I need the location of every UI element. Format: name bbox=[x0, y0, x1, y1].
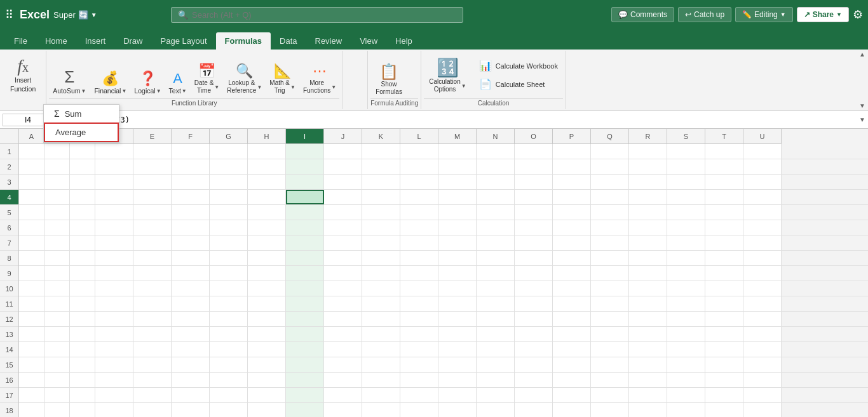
cell-D3[interactable] bbox=[95, 175, 133, 189]
logical-button[interactable]: ❓ Logical ▼ bbox=[131, 68, 164, 97]
cell-R11[interactable] bbox=[629, 296, 667, 311]
cell-C7[interactable] bbox=[70, 235, 95, 250]
cell-R6[interactable] bbox=[629, 220, 667, 235]
cell-I15[interactable] bbox=[286, 357, 324, 372]
cell-O8[interactable] bbox=[515, 251, 553, 265]
cell-S9[interactable] bbox=[667, 266, 705, 281]
cell-P12[interactable] bbox=[553, 312, 591, 326]
cell-A7[interactable] bbox=[19, 235, 44, 250]
cell-N9[interactable] bbox=[477, 266, 515, 281]
cell-R1[interactable] bbox=[629, 144, 667, 159]
cell-T16[interactable] bbox=[705, 373, 743, 387]
cell-P9[interactable] bbox=[553, 266, 591, 281]
cell-P4[interactable] bbox=[553, 190, 591, 204]
catch-up-button[interactable]: ↩ Catch up bbox=[678, 7, 731, 22]
col-header-N[interactable]: N bbox=[477, 129, 515, 144]
cell-O17[interactable] bbox=[515, 388, 553, 402]
cell-K11[interactable] bbox=[362, 296, 400, 311]
cell-R8[interactable] bbox=[629, 251, 667, 265]
cell-I18[interactable] bbox=[286, 403, 324, 417]
cell-F1[interactable] bbox=[172, 144, 210, 159]
cell-R18[interactable] bbox=[629, 403, 667, 417]
cell-I8[interactable] bbox=[286, 251, 324, 265]
cell-N17[interactable] bbox=[477, 388, 515, 402]
cell-R4[interactable] bbox=[629, 190, 667, 204]
cell-I6[interactable] bbox=[286, 220, 324, 235]
cell-U8[interactable] bbox=[743, 251, 782, 265]
cell-Q18[interactable] bbox=[591, 403, 629, 417]
cell-H7[interactable] bbox=[248, 235, 286, 250]
cell-D14[interactable] bbox=[95, 342, 133, 357]
cell-G1[interactable] bbox=[210, 144, 248, 159]
cell-E6[interactable] bbox=[133, 220, 172, 235]
cell-L9[interactable] bbox=[400, 266, 438, 281]
row-header-7[interactable]: 7 bbox=[0, 235, 18, 251]
cell-S2[interactable] bbox=[667, 159, 705, 174]
cell-C17[interactable] bbox=[70, 388, 95, 402]
cell-J14[interactable] bbox=[324, 342, 362, 357]
chevron-down-icon[interactable]: ▼ bbox=[91, 11, 97, 18]
cell-C16[interactable] bbox=[70, 373, 95, 387]
cell-M2[interactable] bbox=[438, 159, 477, 174]
cell-A3[interactable] bbox=[19, 175, 44, 189]
cell-I4[interactable] bbox=[286, 190, 324, 204]
cell-S13[interactable] bbox=[667, 327, 705, 341]
row-header-2[interactable]: 2 bbox=[0, 159, 18, 175]
cell-R9[interactable] bbox=[629, 266, 667, 281]
row-header-5[interactable]: 5 bbox=[0, 205, 18, 220]
cell-A14[interactable] bbox=[19, 342, 44, 357]
cell-U13[interactable] bbox=[743, 327, 782, 341]
cell-G13[interactable] bbox=[210, 327, 248, 341]
cell-M17[interactable] bbox=[438, 388, 477, 402]
cell-O4[interactable] bbox=[515, 190, 553, 204]
cell-G8[interactable] bbox=[210, 251, 248, 265]
cell-E1[interactable] bbox=[133, 144, 172, 159]
cell-Q8[interactable] bbox=[591, 251, 629, 265]
cell-L10[interactable] bbox=[400, 281, 438, 296]
cell-L6[interactable] bbox=[400, 220, 438, 235]
cell-B14[interactable] bbox=[44, 342, 70, 357]
autosum-button[interactable]: Σ AutoSum ▼ bbox=[49, 65, 90, 97]
cell-B18[interactable] bbox=[44, 403, 70, 417]
cell-G6[interactable] bbox=[210, 220, 248, 235]
row-header-9[interactable]: 9 bbox=[0, 266, 18, 281]
cell-N4[interactable] bbox=[477, 190, 515, 204]
cell-J6[interactable] bbox=[324, 220, 362, 235]
cell-Q5[interactable] bbox=[591, 205, 629, 220]
cell-U15[interactable] bbox=[743, 357, 782, 372]
col-header-K[interactable]: K bbox=[362, 129, 400, 144]
col-header-F[interactable]: F bbox=[172, 129, 210, 144]
cell-Q14[interactable] bbox=[591, 342, 629, 357]
cell-O2[interactable] bbox=[515, 159, 553, 174]
cell-U2[interactable] bbox=[743, 159, 782, 174]
cell-B15[interactable] bbox=[44, 357, 70, 372]
cell-J13[interactable] bbox=[324, 327, 362, 341]
cell-O14[interactable] bbox=[515, 342, 553, 357]
cell-K9[interactable] bbox=[362, 266, 400, 281]
row-header-1[interactable]: 1 bbox=[0, 144, 18, 159]
cell-P16[interactable] bbox=[553, 373, 591, 387]
cell-I9[interactable] bbox=[286, 266, 324, 281]
cell-R13[interactable] bbox=[629, 327, 667, 341]
tab-help[interactable]: Help bbox=[386, 32, 421, 50]
cell-D17[interactable] bbox=[95, 388, 133, 402]
cell-P17[interactable] bbox=[553, 388, 591, 402]
tab-home[interactable]: Home bbox=[36, 32, 76, 50]
cell-G12[interactable] bbox=[210, 312, 248, 326]
cell-B3[interactable] bbox=[44, 175, 70, 189]
cell-R16[interactable] bbox=[629, 373, 667, 387]
calculate-sheet-button[interactable]: 📄 Calculate Sheet bbox=[474, 76, 563, 93]
search-box[interactable]: 🔍 bbox=[171, 7, 463, 23]
cell-J12[interactable] bbox=[324, 312, 362, 326]
cell-K16[interactable] bbox=[362, 373, 400, 387]
cell-S10[interactable] bbox=[667, 281, 705, 296]
cell-H2[interactable] bbox=[248, 159, 286, 174]
cell-U16[interactable] bbox=[743, 373, 782, 387]
grid-dots-icon[interactable]: ⠿ bbox=[5, 8, 13, 22]
cell-S17[interactable] bbox=[667, 388, 705, 402]
cell-U12[interactable] bbox=[743, 312, 782, 326]
cell-C9[interactable] bbox=[70, 266, 95, 281]
cell-M3[interactable] bbox=[438, 175, 477, 189]
cell-E12[interactable] bbox=[133, 312, 172, 326]
cell-J10[interactable] bbox=[324, 281, 362, 296]
